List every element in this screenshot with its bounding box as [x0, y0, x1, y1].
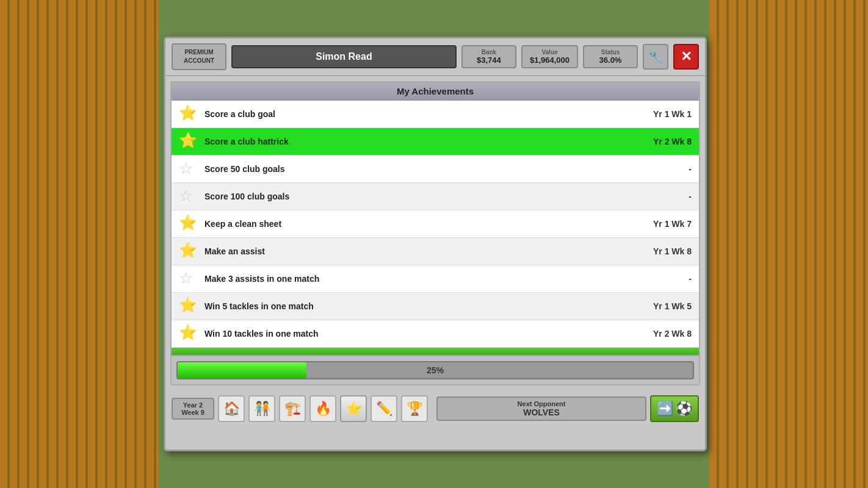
premium-label: PREMIUM ACCOUNT — [179, 48, 219, 65]
home-button[interactable]: 🏠 — [218, 395, 245, 422]
achievement-name: Score 50 club goals — [204, 164, 643, 174]
year-label: Year 2 — [179, 401, 207, 409]
settings-button[interactable]: 🔧 — [643, 44, 668, 70]
achievement-name: Win 5 tackles in one match — [204, 301, 643, 311]
achievement-date: Yr 2 Wk 8 — [643, 329, 692, 339]
achievement-name: Score 100 club goals — [204, 192, 643, 201]
status-stat: Status 36.0% — [583, 45, 638, 68]
achievement-row: ⭐Win 5 tackles in one matchYr 1 Wk 5 — [172, 293, 699, 320]
arrow-icon: ➡️ — [657, 401, 673, 417]
next-opponent-label: Next Opponent — [447, 400, 635, 407]
progress-area: 25% — [172, 355, 699, 384]
players-icon: 🧑‍🤝‍🧑 — [254, 401, 270, 417]
star-icon: ⭐ — [179, 132, 198, 151]
progress-bar-container: 25% — [176, 361, 694, 379]
achievement-date: - — [643, 192, 692, 201]
achievement-row: ☆Score 50 club goals- — [172, 156, 699, 183]
star-icon: ⭐ — [179, 104, 198, 124]
bank-label: Bank — [470, 49, 508, 56]
achievement-date: Yr 1 Wk 7 — [643, 219, 692, 229]
section-title: My Achievements — [172, 82, 699, 101]
footer-toolbar: Year 2 Week 9 🏠 🧑‍🤝‍🧑 🏗️ 🔥 ⭐ ✏️ 🏆 Next O… — [165, 390, 705, 427]
achievement-list: ⭐Score a club goalYr 1 Wk 1⭐Score a club… — [172, 101, 699, 348]
close-button[interactable]: ✕ — [673, 44, 699, 70]
achievement-row: ⭐Make an assistYr 1 Wk 8 — [172, 238, 699, 265]
star-icon: ⭐ — [179, 324, 198, 343]
notes-icon: ✏️ — [376, 401, 392, 417]
seats-left — [0, 0, 159, 488]
close-icon: ✕ — [681, 49, 692, 65]
ball-icon: ⚽ — [676, 401, 692, 417]
achievement-name: Score a club hattrick — [204, 137, 643, 146]
value-value: $1,964,000 — [530, 56, 570, 65]
star-icon: ⭐ — [179, 296, 198, 316]
bank-value: $3,744 — [470, 56, 508, 65]
star-icon: ☆ — [179, 269, 198, 289]
achievement-row: ⭐Keep a clean sheetYr 1 Wk 7 — [172, 210, 699, 238]
players-button[interactable]: 🧑‍🤝‍🧑 — [248, 395, 275, 422]
main-dialog: PREMIUM ACCOUNT Simon Read Bank $3,744 V… — [164, 37, 707, 451]
achievement-date: Yr 1 Wk 1 — [643, 109, 692, 119]
grass-strip — [172, 348, 699, 355]
achievement-name: Score a club goal — [204, 109, 643, 119]
achievement-date: - — [643, 164, 692, 174]
training-button[interactable]: 🔥 — [309, 395, 336, 422]
achievement-date: Yr 1 Wk 8 — [643, 246, 692, 256]
value-stat: Value $1,964,000 — [521, 45, 578, 68]
achievement-row: ⭐Score a club hattrickYr 2 Wk 8 — [172, 128, 699, 156]
week-info: Year 2 Week 9 — [172, 398, 214, 420]
status-label: Status — [591, 49, 629, 56]
seats-right — [709, 0, 868, 488]
progress-label: 25% — [178, 362, 693, 378]
notes-button[interactable]: ✏️ — [371, 395, 397, 422]
build-icon: 🏗️ — [284, 401, 301, 417]
achievements-panel: My Achievements ⭐Score a club goalYr 1 W… — [170, 81, 700, 386]
player-name-button[interactable]: Simon Read — [231, 45, 457, 68]
achievement-date: Yr 1 Wk 5 — [643, 301, 692, 311]
achievement-date: Yr 2 Wk 8 — [643, 137, 692, 146]
achievement-row: ⭐Win 10 tackles in one matchYr 2 Wk 8 — [172, 320, 699, 348]
premium-account-button[interactable]: PREMIUM ACCOUNT — [172, 43, 226, 70]
player-name: Simon Read — [316, 51, 372, 62]
bank-stat: Bank $3,744 — [461, 45, 516, 68]
star-icon: ⭐ — [179, 214, 198, 234]
achievement-row: ☆Make 3 assists in one match- — [172, 265, 699, 293]
wrench-icon: 🔧 — [648, 49, 664, 64]
star-icon: ⭐ — [179, 242, 198, 261]
achievement-row: ⭐Score a club goalYr 1 Wk 1 — [172, 101, 699, 128]
achievement-name: Make an assist — [204, 246, 643, 256]
play-button[interactable]: ➡️ ⚽ — [650, 395, 699, 422]
trophy-button[interactable]: 🏆 — [401, 395, 428, 422]
week-label: Week 9 — [179, 409, 207, 416]
next-opponent-box: Next Opponent WOLVES — [436, 396, 646, 421]
build-button[interactable]: 🏗️ — [279, 395, 306, 422]
value-label: Value — [530, 49, 570, 56]
achievement-name: Keep a clean sheet — [204, 219, 643, 229]
achievements-icon: ⭐ — [345, 401, 362, 417]
dialog-header: PREMIUM ACCOUNT Simon Read Bank $3,744 V… — [165, 38, 705, 76]
achievement-date: - — [643, 274, 692, 284]
status-value: 36.0% — [591, 56, 629, 65]
next-opponent-value: WOLVES — [447, 407, 635, 417]
trophy-icon: 🏆 — [407, 401, 423, 417]
training-icon: 🔥 — [315, 401, 331, 417]
achievement-name: Make 3 assists in one match — [204, 274, 643, 284]
achievement-row: ☆Score 100 club goals- — [172, 183, 699, 210]
star-icon: ☆ — [179, 187, 198, 206]
star-icon: ☆ — [179, 159, 198, 179]
achievements-button[interactable]: ⭐ — [340, 395, 367, 422]
home-icon: 🏠 — [223, 401, 240, 417]
achievement-name: Win 10 tackles in one match — [204, 329, 643, 339]
